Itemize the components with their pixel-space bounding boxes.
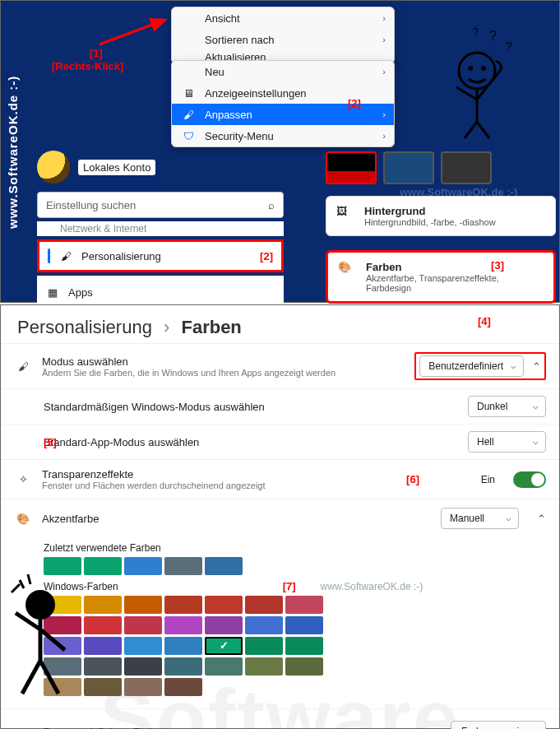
color-swatch[interactable] (124, 557, 162, 575)
svg-text:?: ? (489, 29, 497, 43)
select-app-mode[interactable]: Hell (468, 431, 546, 453)
context-menu-top: Ansicht› Sortieren nach› Aktualisieren (171, 7, 395, 64)
chevron-right-icon: › (382, 35, 386, 44)
row-mode: 🖌 Modus auswählenÄndern Sie die Farben, … (1, 343, 559, 388)
theme-thumb[interactable] (383, 151, 434, 184)
shield-icon: 🛡 (182, 129, 195, 142)
avatar (37, 151, 70, 183)
svg-text:?: ? (506, 39, 512, 53)
apps-icon: ▦ (45, 286, 60, 299)
chevron-right-icon: › (382, 131, 386, 141)
row-transparency: ✧ TransparenzeffekteFenster und Flächen … (1, 459, 559, 499)
context-menu-bottom: Neu› 🖥Anzeigeeinstellungen 🖌Anpassen› 🛡S… (171, 60, 395, 147)
breadcrumb-root[interactable]: Personalisierung (17, 317, 152, 337)
sparkle-icon: ✧ (14, 473, 32, 485)
monitor-icon: 🖥 (182, 86, 195, 100)
select-windows-mode[interactable]: Dunkel (468, 396, 546, 417)
ctx-item-sort[interactable]: Sortieren nach› (172, 29, 394, 50)
breadcrumb-current: Farben (181, 317, 241, 337)
search-input[interactable]: Einstellung suchen ⌕ (37, 192, 284, 218)
color-swatch[interactable] (84, 657, 122, 676)
color-swatch[interactable] (205, 557, 243, 575)
annotation-1: [1] (90, 47, 103, 59)
color-swatch[interactable] (285, 616, 323, 634)
brush-icon: 🖌 (182, 108, 195, 121)
color-swatch[interactable] (164, 657, 202, 676)
ctx-item-security[interactable]: 🛡Security-Menu› (172, 125, 394, 146)
color-swatch[interactable] (245, 596, 283, 614)
label-recent-colors: Zuletzt verwendete Farben (1, 537, 559, 557)
chevron-right-icon: › (382, 67, 386, 77)
color-swatch[interactable] (124, 678, 162, 696)
select-accent-mode[interactable]: Manuell (441, 508, 519, 529)
color-swatch[interactable] (164, 596, 202, 614)
ctx-item-display-settings[interactable]: 🖥Anzeigeeinstellungen (172, 82, 394, 104)
active-indicator (48, 248, 50, 263)
color-swatch[interactable] (124, 657, 162, 676)
row-accent: 🎨 Akzentfarbe Manuell ⌃ (1, 499, 559, 537)
color-swatch[interactable] (285, 637, 323, 655)
cartoon-figure-icon: ??? (428, 26, 526, 141)
ctx-item-view[interactable]: Ansicht› (172, 7, 394, 29)
color-swatch[interactable] (205, 637, 243, 655)
label-app-mode: Standard-App-Modus auswählen (44, 436, 199, 448)
svg-point-12 (25, 590, 55, 620)
annotation-2b: [2] (260, 250, 273, 262)
account-label: Lokales Konto (78, 160, 155, 175)
sidebar-item-apps[interactable]: ▦ Apps (37, 276, 284, 309)
palette-icon: 🎨 (338, 261, 356, 279)
svg-text:?: ? (473, 26, 479, 38)
search-icon: ⌕ (268, 199, 275, 211)
toggle-transparency[interactable] (513, 471, 546, 488)
sidebar-item-network[interactable]: Netzwerk & Internet (37, 221, 284, 236)
color-swatch[interactable] (84, 616, 122, 634)
select-mode[interactable]: Benutzerdefiniert (419, 355, 524, 377)
brush-icon: 🖌 (14, 360, 32, 373)
theme-thumb[interactable] (326, 151, 377, 184)
annotation-7: [7] (283, 580, 296, 592)
card-background[interactable]: 🖼 HintergrundHintergrundbild, -farbe, -d… (326, 196, 556, 236)
brand-vertical: www.SoftwareOK.de :-) (2, 1, 22, 304)
color-swatch[interactable] (245, 616, 283, 634)
card-colors[interactable]: 🎨 FarbenAkzentfarbe, Transparenzeffekte,… (326, 250, 556, 304)
theme-thumb[interactable] (441, 151, 492, 184)
stick-figure-icon (3, 568, 77, 708)
palette-icon: 🎨 (14, 513, 32, 525)
annotation-1b: [Rechts-Klick] (52, 60, 123, 72)
ctx-item-new[interactable]: Neu› (172, 61, 394, 82)
chevron-up-icon[interactable]: ⌃ (537, 513, 546, 525)
annotation-4: [4] (478, 315, 491, 327)
svg-line-0 (100, 20, 165, 44)
color-swatch[interactable] (205, 596, 243, 614)
breadcrumb: Personalisierung › Farben [4] (1, 305, 559, 343)
chevron-up-icon[interactable]: ⌃ (532, 360, 541, 373)
color-swatch[interactable] (124, 637, 162, 655)
color-swatch[interactable] (164, 557, 202, 575)
color-swatch[interactable] (285, 596, 323, 614)
color-swatch[interactable] (245, 637, 283, 655)
color-swatch[interactable] (245, 657, 283, 676)
color-swatch[interactable] (205, 616, 243, 634)
color-swatch[interactable] (205, 657, 243, 676)
show-colors-button[interactable]: Farben anzeigen (451, 721, 546, 729)
color-swatch[interactable] (124, 596, 162, 614)
sidebar-item-personalization[interactable]: 🖌 Personalisierung [2] (37, 239, 284, 272)
color-swatch[interactable] (164, 616, 202, 634)
watermark: www.SoftwareOK.de :-) (321, 581, 423, 592)
label-custom-colors: Benutzerdefinierte Farben (44, 726, 167, 730)
brush-icon: 🖌 (58, 250, 73, 262)
svg-point-3 (481, 66, 486, 71)
color-swatch[interactable] (84, 678, 122, 696)
chevron-right-icon: › (164, 317, 169, 337)
color-swatch[interactable] (84, 596, 122, 614)
color-swatch[interactable] (124, 616, 162, 634)
color-swatch[interactable] (285, 657, 323, 676)
chevron-right-icon: › (382, 13, 386, 23)
color-swatch[interactable] (84, 557, 122, 575)
color-swatch[interactable] (84, 637, 122, 655)
label-windows-mode: Standardmäßigen Windows-Modus auswählen (44, 401, 265, 413)
ctx-item-personalize[interactable]: 🖌Anpassen› (172, 104, 394, 125)
color-swatch[interactable] (164, 637, 202, 655)
svg-point-2 (468, 66, 473, 71)
color-swatch[interactable] (164, 678, 202, 696)
